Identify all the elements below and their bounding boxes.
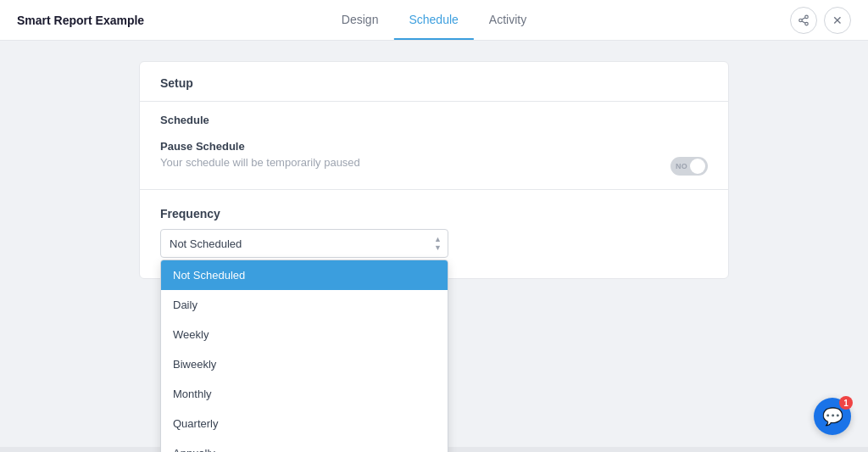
chat-icon: 💬 — [822, 406, 843, 427]
dropdown-item-annually[interactable]: Annually — [161, 438, 448, 452]
frequency-label: Frequency — [160, 207, 708, 220]
tab-schedule[interactable]: Schedule — [393, 1, 473, 40]
pause-schedule-desc: Your schedule will be temporarily paused — [160, 156, 360, 169]
main-content: Setup Schedule Pause Schedule Your sched… — [0, 41, 868, 299]
svg-line-3 — [802, 20, 805, 22]
select-arrows-icon: ▲ ▼ — [434, 236, 442, 252]
tab-design[interactable]: Design — [326, 1, 394, 40]
pause-schedule-label: Pause Schedule — [160, 140, 708, 153]
app-title: Smart Report Example — [17, 14, 144, 27]
frequency-section: Frequency Not Scheduled ▲ ▼ Not Schedule… — [140, 190, 728, 278]
frequency-select[interactable]: Not Scheduled — [160, 229, 448, 258]
svg-line-4 — [802, 17, 805, 19]
setup-label: Setup — [160, 76, 193, 90]
setup-card: Setup Schedule Pause Schedule Your sched… — [139, 61, 729, 279]
chat-button[interactable]: 💬 1 — [814, 398, 851, 435]
share-button[interactable] — [790, 7, 817, 34]
dropdown-item-biweekly[interactable]: Biweekly — [161, 349, 448, 379]
frequency-dropdown: Not Scheduled Daily Weekly Biweekly Mont… — [160, 259, 448, 452]
dropdown-item-not-scheduled[interactable]: Not Scheduled — [161, 260, 448, 290]
toggle-knob — [690, 159, 705, 174]
pause-schedule-toggle[interactable]: NO — [670, 157, 708, 176]
svg-point-1 — [799, 19, 803, 22]
dropdown-item-quarterly[interactable]: Quarterly — [161, 409, 448, 438]
pause-schedule-row: Your schedule will be temporarily paused… — [160, 156, 708, 176]
schedule-section: Schedule — [140, 102, 728, 126]
header-tabs: Design Schedule Activity — [326, 1, 542, 40]
dropdown-item-daily[interactable]: Daily — [161, 290, 448, 320]
tab-activity[interactable]: Activity — [474, 1, 542, 40]
header-actions: ✕ — [790, 7, 851, 34]
svg-point-2 — [805, 22, 809, 25]
svg-point-0 — [805, 15, 809, 19]
dropdown-item-monthly[interactable]: Monthly — [161, 379, 448, 409]
close-button[interactable]: ✕ — [824, 7, 851, 34]
dropdown-item-weekly[interactable]: Weekly — [161, 320, 448, 349]
schedule-label: Schedule — [160, 114, 708, 126]
close-icon: ✕ — [832, 14, 843, 27]
chat-badge: 1 — [839, 396, 853, 410]
toggle-label: NO — [676, 162, 687, 170]
pause-schedule-section: Pause Schedule Your schedule will be tem… — [140, 130, 728, 190]
app-header: Smart Report Example Design Schedule Act… — [0, 0, 868, 41]
frequency-select-wrapper: Not Scheduled ▲ ▼ Not Scheduled Daily We… — [160, 229, 448, 258]
